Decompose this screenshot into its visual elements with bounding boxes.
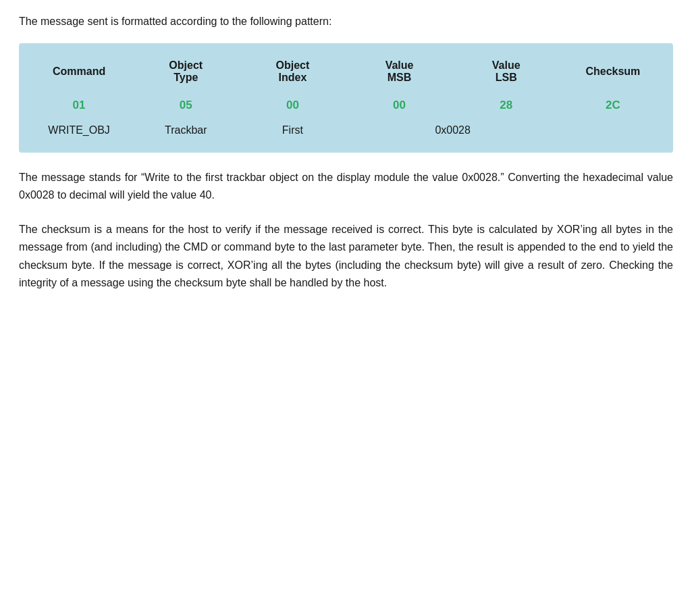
table-header-row: Command Object Type Object Index Value M… — [26, 54, 666, 92]
label-object-type: Trackbar — [132, 119, 239, 142]
label-checksum — [560, 119, 666, 142]
label-row: WRITE_OBJ Trackbar First 0x0028 — [26, 119, 666, 142]
message-table: Command Object Type Object Index Value M… — [26, 54, 666, 142]
paragraph-1: The message stands for “Write to the fir… — [19, 169, 673, 205]
label-value-combined: 0x0028 — [346, 119, 559, 142]
hex-values-row: 01 05 00 00 28 2C — [26, 92, 666, 119]
label-command: WRITE_OBJ — [26, 119, 132, 142]
header-object-type: Object Type — [132, 54, 239, 92]
header-value-lsb: Value LSB — [453, 54, 560, 92]
header-object-index: Object Index — [239, 54, 346, 92]
intro-text: The message sent is formatted according … — [19, 14, 673, 30]
header-command: Command — [26, 54, 132, 92]
hex-object-type: 05 — [132, 92, 239, 119]
hex-value-lsb: 28 — [453, 92, 560, 119]
hex-object-index: 00 — [239, 92, 346, 119]
hex-command: 01 — [26, 92, 132, 119]
header-checksum: Checksum — [560, 54, 666, 92]
message-table-wrapper: Command Object Type Object Index Value M… — [19, 43, 673, 153]
paragraph-2: The checksum is a means for the host to … — [19, 221, 673, 292]
header-value-msb: Value MSB — [346, 54, 452, 92]
label-object-index: First — [239, 119, 346, 142]
hex-checksum: 2C — [560, 92, 666, 119]
hex-value-msb: 00 — [346, 92, 452, 119]
